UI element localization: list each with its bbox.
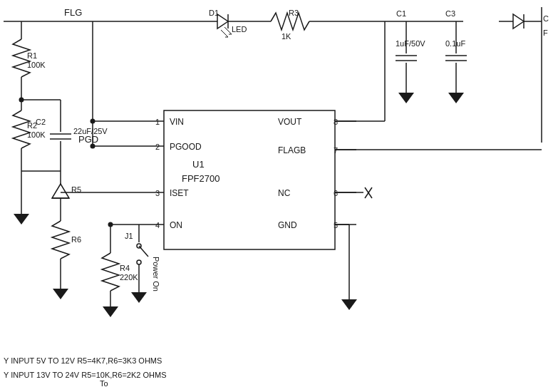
c1-label: C1 [396, 9, 406, 18]
j1-ref: J1 [125, 232, 133, 240]
r6-ground [53, 289, 68, 299]
c3-label: C3 [445, 9, 455, 18]
note-line2: Y INPUT 13V TO 24V R5=10K,R6=2K2 OHMS [4, 371, 166, 379]
junction-pgood [91, 144, 95, 149]
pin6-label: NC [278, 188, 291, 198]
d1-label: D1 [209, 9, 219, 17]
note-line1: Y INPUT 5V TO 12V R5=4K7,R6=3K3 OHMS [4, 356, 162, 365]
r3-value: 1K [281, 32, 291, 41]
pin1-num: 1 [155, 118, 160, 126]
r6-body [52, 221, 69, 259]
pin4-num: 4 [155, 221, 160, 229]
pin8-num: 8 [334, 118, 338, 126]
pin5-num: 5 [334, 221, 338, 229]
d1-body [217, 14, 228, 29]
ic-name: U1 [192, 159, 205, 170]
r2-value: 100K [27, 130, 46, 139]
output-label-bot: F [543, 29, 548, 37]
led-label: LED [232, 25, 247, 33]
pin3-label: ISET [170, 188, 189, 198]
gnd-ground [341, 299, 357, 310]
junction-r1r2 [19, 98, 24, 103]
pin2-num: 2 [155, 143, 160, 151]
c3-value: 0.1uF [445, 39, 465, 48]
junction-on [108, 222, 113, 227]
output-label-top: C [543, 14, 549, 23]
pin1-label: VIN [170, 117, 184, 127]
pin3-num: 3 [155, 189, 160, 197]
r4-value: 220K [120, 273, 138, 282]
r1-label: R1 [27, 51, 37, 60]
schematic-canvas: U1 FPF2700 VIN PGOOD ISET ON VOUT FLAGB … [0, 0, 558, 392]
j1-label: Power On [152, 257, 160, 292]
flg-label: FLG [64, 7, 82, 18]
r4-body [102, 253, 119, 291]
left-ground [14, 214, 29, 225]
pin8-label: VOUT [278, 117, 302, 127]
pgd-label: PGD [78, 134, 98, 145]
to-label: To [100, 379, 108, 388]
output-diode [513, 14, 524, 29]
led-arrow1-head [225, 36, 228, 37]
c3-ground [448, 93, 464, 103]
r1-value: 100K [27, 61, 46, 69]
j1-ground [131, 292, 147, 303]
c1-value: 1uF/50V [396, 39, 425, 48]
pin2-label: PGOOD [170, 142, 202, 152]
r6-label: R6 [71, 235, 81, 244]
j1-switch-arm [139, 246, 148, 257]
pin7-num: 7 [334, 146, 338, 155]
c1-ground [398, 93, 414, 103]
pin5-label: GND [278, 220, 297, 230]
pin6-num: 6 [334, 189, 338, 197]
c2-label: C2 [36, 118, 46, 126]
j1-contact-bot [137, 260, 141, 264]
pin4-label: ON [170, 220, 182, 230]
r4-ground [103, 306, 118, 317]
ic-part: FPF2700 [182, 173, 219, 184]
r4-label: R4 [120, 264, 130, 272]
r5-diode-body [52, 184, 69, 198]
pin7-label: FLAGB [278, 145, 306, 155]
